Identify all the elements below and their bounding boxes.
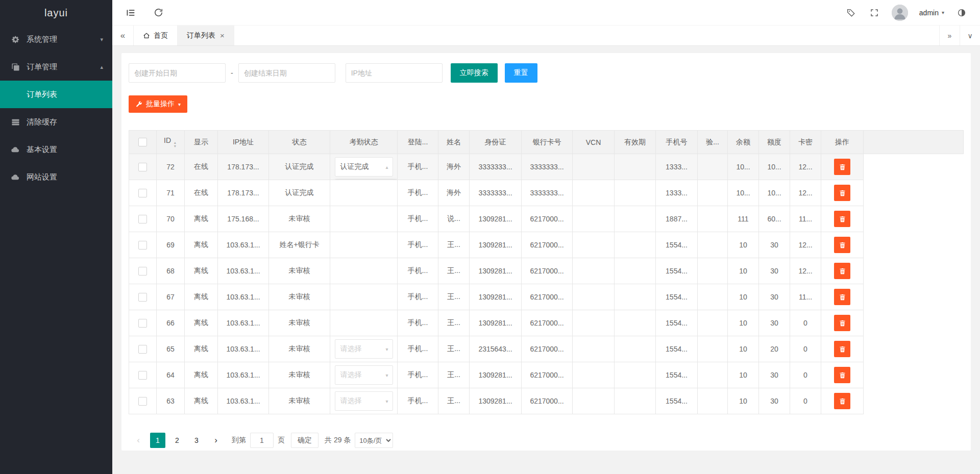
confirm-button[interactable]: 确定	[291, 433, 318, 448]
row-checkbox[interactable]	[138, 397, 147, 406]
cell-idcard: 3333333...	[470, 180, 522, 206]
sidebar-item-order-list[interactable]: 订单列表	[0, 81, 112, 108]
sidebar-item-cache[interactable]: 清除缓存	[0, 108, 112, 136]
actions-cell	[821, 362, 864, 388]
cell-balance: 10...	[728, 180, 759, 206]
row-checkbox[interactable]	[138, 215, 147, 223]
fullscreen-icon[interactable]	[868, 7, 880, 19]
row-checkbox[interactable]	[138, 267, 147, 276]
column-header-id[interactable]: ID▲▼	[157, 131, 185, 154]
user-menu[interactable]: admin ▾	[919, 9, 944, 17]
cell-bank: 6217000...	[522, 206, 573, 232]
tab-order-list[interactable]: 订单列表 ×	[178, 26, 234, 45]
actions-cell	[821, 258, 864, 284]
topbar: admin ▾	[112, 0, 980, 26]
attendance-select[interactable]: 请选择▾	[335, 391, 393, 411]
page-jump-input[interactable]	[250, 433, 274, 448]
cell-verify	[698, 154, 728, 180]
sidebar-item-label: 系统管理	[27, 35, 57, 44]
refresh-icon[interactable]	[152, 7, 164, 19]
table-row: 70离线175.168...未审核手机...说...1309281...6217…	[129, 206, 964, 232]
search-button[interactable]: 立即搜索	[451, 63, 498, 83]
cell-display: 离线	[185, 258, 218, 284]
row-checkbox[interactable]	[138, 319, 147, 328]
collapse-menu-icon[interactable]	[125, 7, 137, 19]
cell-login: 手机...	[398, 206, 438, 232]
cell-login: 手机...	[398, 362, 438, 388]
cell-display: 离线	[185, 362, 218, 388]
tag-icon[interactable]	[845, 7, 857, 19]
cell-ip: 103.63.1...	[218, 232, 269, 258]
ip-address-input[interactable]	[346, 63, 443, 83]
delete-button[interactable]	[834, 263, 850, 279]
sidebar-item-system[interactable]: 系统管理 ▾	[0, 26, 112, 53]
page-prev-button[interactable]: ‹	[131, 433, 146, 448]
page-button[interactable]: 2	[169, 433, 185, 448]
cloud-icon	[10, 145, 20, 154]
sort-icon[interactable]: ▲▼	[173, 141, 177, 148]
delete-button[interactable]	[834, 211, 850, 227]
row-checkbox[interactable]	[138, 371, 147, 380]
delete-button[interactable]	[834, 159, 850, 175]
delete-button[interactable]	[834, 393, 850, 409]
orders-icon	[10, 63, 20, 71]
cell-quota: 60...	[759, 206, 790, 232]
column-label: 身份证	[485, 138, 506, 146]
tab-home[interactable]: 首页	[134, 26, 178, 45]
delete-button[interactable]	[834, 185, 850, 201]
cell-display: 在线	[185, 180, 218, 206]
page-button[interactable]: 3	[189, 433, 204, 448]
batch-actions-button[interactable]: 批量操作 ▾	[129, 95, 187, 113]
delete-button[interactable]	[834, 367, 850, 383]
row-checkbox[interactable]	[138, 241, 147, 250]
start-date-input[interactable]	[129, 63, 226, 83]
end-date-input[interactable]	[238, 63, 335, 83]
delete-button[interactable]	[834, 237, 850, 253]
cell-display: 离线	[185, 310, 218, 336]
theme-icon[interactable]	[955, 7, 968, 19]
cell-quota: 30	[759, 258, 790, 284]
close-icon[interactable]: ×	[220, 31, 225, 40]
row-checkbox[interactable]	[138, 293, 147, 302]
row-checkbox[interactable]	[138, 189, 147, 197]
row-checkbox[interactable]	[138, 345, 147, 354]
page-next-button[interactable]: ›	[208, 433, 224, 448]
sidebar-item-orders[interactable]: 订单管理 ▴	[0, 53, 112, 81]
tabs-menu-icon[interactable]: ∨	[960, 26, 980, 45]
delete-button[interactable]	[834, 289, 850, 305]
page-button[interactable]: 1	[150, 433, 165, 448]
select-all-checkbox[interactable]	[138, 138, 147, 146]
cell-vcn	[573, 284, 615, 310]
checkbox-cell	[129, 284, 157, 310]
column-header-phone: 手机号	[656, 131, 698, 154]
cell-bank: 6217000...	[522, 284, 573, 310]
avatar[interactable]	[892, 5, 908, 21]
row-checkbox[interactable]	[138, 163, 147, 171]
cell-ip: 103.63.1...	[218, 310, 269, 336]
sidebar-item-basic-settings[interactable]: 基本设置	[0, 136, 112, 163]
date-separator: -	[231, 69, 233, 77]
cell-bank: 3333333...	[522, 180, 573, 206]
tabs-scroll-right-icon[interactable]: »	[939, 26, 960, 45]
cell-idcard: 1309281...	[470, 206, 522, 232]
delete-button[interactable]	[834, 341, 850, 357]
actions-cell	[821, 232, 864, 258]
table-body: 72在线178.173...认证完成认证完成▴请选择认证完成重新填写审核通过姓名…	[129, 154, 964, 414]
cell-idcard: 1309281...	[470, 310, 522, 336]
reset-button[interactable]: 重置	[505, 63, 537, 83]
cell-id: 71	[157, 180, 185, 206]
tabs-scroll-left-icon[interactable]: «	[112, 26, 134, 45]
per-page-select[interactable]: 10条/页	[355, 433, 393, 448]
attendance-select[interactable]: 认证完成▴	[335, 157, 393, 177]
attendance-select[interactable]: 请选择▾	[335, 365, 393, 385]
cell-login: 手机...	[398, 232, 438, 258]
cell-phone: 1554...	[656, 284, 698, 310]
cell-bank: 6217000...	[522, 336, 573, 362]
cell-ip: 178.173...	[218, 154, 269, 180]
table-row: 72在线178.173...认证完成认证完成▴请选择认证完成重新填写审核通过姓名…	[129, 154, 964, 180]
sidebar-item-site-settings[interactable]: 网站设置	[0, 163, 112, 191]
content-area: - 立即搜索 重置 批量操作 ▾ ID▲▼显示IP地址状态考勤状态登陆...姓名…	[112, 46, 980, 474]
delete-button[interactable]	[834, 315, 850, 331]
cell-login: 手机...	[398, 258, 438, 284]
attendance-select[interactable]: 请选择▾	[335, 339, 393, 359]
